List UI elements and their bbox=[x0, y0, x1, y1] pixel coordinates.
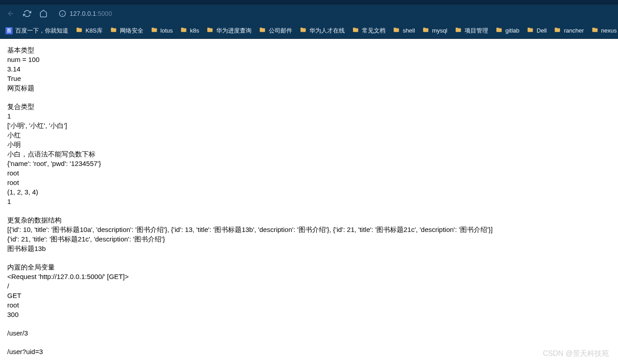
refresh-button[interactable] bbox=[20, 6, 34, 21]
content-line: root bbox=[7, 168, 611, 178]
bookmark-label: rancher bbox=[564, 27, 584, 34]
site-info-icon[interactable] bbox=[59, 10, 66, 17]
bookmark-label: lotus bbox=[161, 27, 173, 34]
page-content: 基本类型 num = 100 3.14 True 网页标题 复合类型 1 ['小… bbox=[0, 39, 618, 363]
bookmark-label: K8S库 bbox=[86, 27, 103, 35]
folder-icon bbox=[495, 27, 503, 34]
content-line: (1, 2, 3, 4) bbox=[7, 187, 611, 197]
section-heading: 基本类型 bbox=[7, 45, 611, 55]
bookmark-item[interactable]: mysql bbox=[422, 27, 447, 34]
content-line: root bbox=[7, 178, 611, 187]
folder-icon bbox=[206, 27, 214, 34]
content-line: GET bbox=[7, 291, 611, 300]
content-line: /user/3 bbox=[7, 328, 611, 338]
content-line: True bbox=[7, 74, 611, 83]
bookmark-item[interactable]: gitlab bbox=[495, 27, 519, 34]
url-text: 127.0.0.1:5000 bbox=[70, 10, 112, 17]
folder-icon bbox=[352, 27, 359, 34]
bookmark-item[interactable]: shell bbox=[393, 27, 415, 34]
content-line: 1 bbox=[7, 111, 611, 121]
section-heading: 复合类型 bbox=[7, 102, 611, 111]
content-line: 3.14 bbox=[7, 64, 611, 74]
bookmark-label: gitlab bbox=[505, 27, 519, 34]
bookmark-label: 公司邮件 bbox=[269, 27, 292, 35]
folder-icon bbox=[299, 27, 307, 34]
bookmark-item[interactable]: 百百度一下，你就知道 bbox=[5, 27, 68, 35]
browser-tab-strip bbox=[0, 0, 618, 5]
baidu-icon: 百 bbox=[5, 27, 13, 34]
folder-icon bbox=[151, 27, 158, 34]
content-line: ['小明', '小红', '小白'] bbox=[7, 121, 611, 130]
bookmark-item[interactable]: 华为人才在线 bbox=[299, 27, 345, 35]
content-line: {'name': 'root', 'pwd': '1234557'} bbox=[7, 159, 611, 168]
folder-icon bbox=[527, 27, 534, 34]
section-heading: 内置的全局变量 bbox=[7, 262, 611, 272]
content-line: <Request 'http://127.0.0.1:5000/' [GET]> bbox=[7, 272, 611, 281]
folder-icon bbox=[180, 27, 187, 34]
content-line: 小白，点语法不能写负数下标 bbox=[7, 149, 611, 159]
address-bar[interactable]: 127.0.0.1:5000 bbox=[54, 6, 614, 21]
bookmark-label: 华为进度查询 bbox=[216, 27, 252, 35]
bookmark-item[interactable]: 常见文档 bbox=[352, 27, 385, 35]
folder-icon bbox=[554, 27, 561, 34]
bookmark-item[interactable]: 网络安全 bbox=[110, 27, 143, 35]
home-button[interactable] bbox=[36, 6, 51, 21]
back-button[interactable] bbox=[4, 6, 18, 21]
content-line: num = 100 bbox=[7, 55, 611, 64]
folder-icon bbox=[591, 27, 599, 34]
content-line: 图书标题13b bbox=[7, 244, 611, 253]
bookmark-label: 网络安全 bbox=[120, 27, 143, 35]
content-line: 小明 bbox=[7, 140, 611, 149]
bookmark-label: 常见文档 bbox=[362, 27, 385, 35]
folder-icon bbox=[259, 27, 266, 34]
content-line: / bbox=[7, 281, 611, 291]
bookmark-label: mysql bbox=[432, 27, 447, 34]
bookmark-label: nexus bbox=[601, 27, 617, 34]
bookmark-label: 项目管理 bbox=[465, 27, 488, 35]
content-line: {'id': 21, 'title': '图书标题21c', 'descript… bbox=[7, 234, 611, 244]
bookmark-item[interactable]: k8s bbox=[180, 27, 199, 34]
bookmark-item[interactable]: Dell bbox=[527, 27, 547, 34]
bookmark-item[interactable]: lotus bbox=[151, 27, 173, 34]
bookmark-item[interactable]: 华为进度查询 bbox=[206, 27, 252, 35]
content-line: 1 bbox=[7, 197, 611, 206]
content-line: 小红 bbox=[7, 130, 611, 140]
bookmark-item[interactable]: K8S库 bbox=[76, 27, 103, 35]
content-line: 网页标题 bbox=[7, 83, 611, 93]
content-line: 300 bbox=[7, 310, 611, 319]
folder-icon bbox=[455, 27, 462, 34]
section-heading: 更复杂的数据结构 bbox=[7, 215, 611, 225]
bookmark-label: 华为人才在线 bbox=[309, 27, 345, 35]
content-line: /user?uid=3 bbox=[7, 347, 611, 356]
bookmark-item[interactable]: 公司邮件 bbox=[259, 27, 292, 35]
folder-icon bbox=[76, 27, 83, 34]
bookmark-label: shell bbox=[403, 27, 415, 34]
bookmark-label: 百度一下，你就知道 bbox=[15, 27, 68, 35]
bookmark-item[interactable]: nexus bbox=[591, 27, 617, 34]
bookmark-item[interactable]: rancher bbox=[554, 27, 584, 34]
folder-icon bbox=[393, 27, 400, 34]
bookmark-label: Dell bbox=[537, 27, 547, 34]
folder-icon bbox=[110, 27, 117, 34]
bookmark-label: k8s bbox=[190, 27, 199, 34]
watermark: CSDN @景天科技苑 bbox=[543, 349, 609, 359]
bookmark-bar: 百百度一下，你就知道K8S库网络安全lotusk8s华为进度查询公司邮件华为人才… bbox=[0, 23, 618, 39]
folder-icon bbox=[422, 27, 429, 34]
content-line: [{'id': 10, 'title': '图书标题10a', 'descrip… bbox=[7, 225, 611, 234]
navigation-bar: 127.0.0.1:5000 bbox=[0, 5, 618, 23]
bookmark-item[interactable]: 项目管理 bbox=[455, 27, 488, 35]
content-line: root bbox=[7, 300, 611, 310]
